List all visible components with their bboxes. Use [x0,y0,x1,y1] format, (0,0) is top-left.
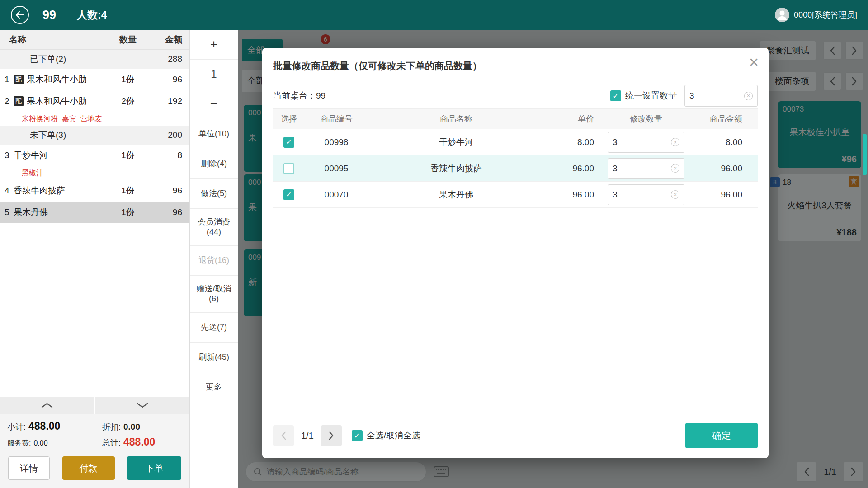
service-fee-value: 0.00 [33,439,47,447]
row-checkbox[interactable]: ✓ [283,163,294,174]
order-panel: 名称 数量 金额 已下单(2) 288 1 配 果木和风牛小肋 1份 96 2 … [0,30,190,488]
item-name: 果木丹佛 [14,206,105,218]
group-label: 未下单(3) [0,129,151,141]
cell-amount: 96.00 [698,190,758,200]
col-name-label: 名称 [0,34,105,46]
uniform-qty-checkbox[interactable]: ✓ [610,90,621,101]
uniform-qty-label: 统一设置数量 [625,90,677,102]
row-qty-field[interactable]: × [608,132,684,153]
item-name: 香辣牛肉披萨 [14,185,105,197]
chevron-down-icon [137,403,148,408]
order-item-row[interactable]: 3 干炒牛河 1份 8 [0,145,189,166]
item-amount: 96 [151,75,189,84]
col-price: 单价 [544,113,594,124]
col-qty: 修改数量 [594,113,698,124]
clear-icon[interactable]: × [671,164,679,173]
select-all-checkbox[interactable]: ✓ [352,430,363,441]
user-menu[interactable]: 0000[系统管理员] [775,8,857,22]
clear-icon[interactable]: × [671,138,679,146]
row-qty-input[interactable] [613,137,671,147]
combo-tag: 配 [14,75,24,84]
item-name: 果木和风牛小肋 [27,95,105,107]
col-amount: 商品金额 [698,113,758,124]
cell-amount: 96.00 [698,164,758,174]
cell-code: 00070 [305,190,368,200]
row-qty-input[interactable] [613,164,671,174]
menu-unit-button[interactable]: 单位(10) [190,119,238,149]
clear-icon[interactable]: × [744,92,753,100]
group-unordered: 未下单(3) 200 [0,126,189,145]
group-label: 已下单(2) [0,53,151,65]
row-checkbox[interactable]: ✓ [283,189,294,200]
menu-more-button[interactable]: 更多 [190,372,238,402]
order-list: 已下单(2) 288 1 配 果木和风牛小肋 1份 96 2 配 果木和风牛小肋… [0,50,189,397]
table-header-row: 选择 商品编号 商品名称 单价 修改数量 商品金额 [273,108,758,129]
menu-method-button[interactable]: 做法(5) [190,179,238,209]
menu-gift-cancel-button[interactable]: 赠送/取消(6) [190,276,238,313]
table-row: ✓ 00070 果木丹佛 96.00 × 96.00 [273,182,758,208]
uniform-qty-group: ✓ 统一设置数量 × [610,85,758,107]
menu-refund-button: 退货(16) [190,246,238,276]
item-amount: 192 [151,96,189,106]
order-footer: 小计: 488.00 折扣: 0.00 服务费: 0.00 总计: [0,397,189,488]
uniform-qty-input[interactable] [689,91,744,101]
group-ordered: 已下单(2) 288 [0,50,189,69]
col-amount-label: 金额 [151,34,189,46]
qty-minus-button[interactable]: − [190,89,238,119]
item-index: 4 [0,186,14,196]
dialog-title: 批量修改商品数量（仅可修改未下单的商品数量） [273,60,482,72]
total-label: 总计: [102,437,121,448]
menu-member-button[interactable]: 会员消费(44) [190,209,238,246]
modal-product-table: 选择 商品编号 商品名称 单价 修改数量 商品金额 ✓ 00998 干炒牛河 8… [273,108,758,208]
table-row: ✓ 00998 干炒牛河 8.00 × 8.00 [273,129,758,155]
pay-button[interactable]: 付款 [62,456,115,480]
cell-amount: 8.00 [698,137,758,147]
modal-next-page-button[interactable] [321,425,342,446]
scrollbar-thumb[interactable] [863,134,867,175]
item-qty: 1份 [105,150,151,161]
menu-refresh-button[interactable]: 刷新(45) [190,343,238,372]
modal-page-indicator: 1/1 [301,431,314,441]
menu-serve-first-button[interactable]: 先送(7) [190,313,238,343]
row-qty-field[interactable]: × [608,158,684,179]
item-qty: 2份 [105,95,151,107]
cell-code: 00998 [305,137,368,147]
close-icon[interactable]: × [749,54,759,70]
row-qty-input[interactable] [613,190,671,200]
item-qty: 1份 [105,74,151,85]
order-item-row-selected[interactable]: 5 果木丹佛 1份 96 [0,202,189,223]
item-index: 1 [0,75,14,84]
menu-delete-button[interactable]: 删除(4) [190,149,238,179]
col-qty-label: 数量 [105,34,151,46]
clear-icon[interactable]: × [671,190,679,199]
group-amount: 288 [151,54,189,64]
row-checkbox[interactable]: ✓ [283,137,294,148]
qty-plus-button[interactable]: + [190,30,238,60]
confirm-button[interactable]: 确定 [685,423,758,448]
item-note: 米粉换河粉 嘉宾 营地麦 [0,112,189,126]
order-item-row[interactable]: 4 香辣牛肉披萨 1份 96 [0,180,189,202]
uniform-qty-field[interactable]: × [684,85,758,107]
cell-name: 干炒牛河 [368,136,544,148]
item-amount: 8 [151,150,189,160]
current-table-label: 当前桌台：99 [273,90,326,102]
cell-name: 香辣牛肉披萨 [368,163,544,174]
row-qty-field[interactable]: × [608,184,684,205]
cell-price: 8.00 [544,137,594,147]
back-button[interactable] [11,6,29,24]
people-count: 人数:4 [77,8,107,22]
modal-prev-page-button[interactable] [273,425,294,446]
order-item-row[interactable]: 1 配 果木和风牛小肋 1份 96 [0,69,189,90]
scroll-down-button[interactable] [95,397,190,414]
chevron-left-icon [281,431,286,440]
col-select: 选择 [273,113,305,124]
cell-price: 96.00 [544,164,594,174]
chevron-up-icon [41,403,53,408]
batch-qty-dialog: 批量修改商品数量（仅可修改未下单的商品数量） × 当前桌台：99 ✓ 统一设置数… [262,48,769,458]
subtotal-value: 488.00 [28,420,60,432]
detail-button[interactable]: 详情 [8,456,50,480]
order-item-row[interactable]: 2 配 果木和风牛小肋 2份 192 [0,90,189,112]
scroll-up-button[interactable] [0,397,94,414]
submit-order-button[interactable]: 下单 [127,456,181,480]
order-actions: 详情 付款 下单 [0,451,189,488]
